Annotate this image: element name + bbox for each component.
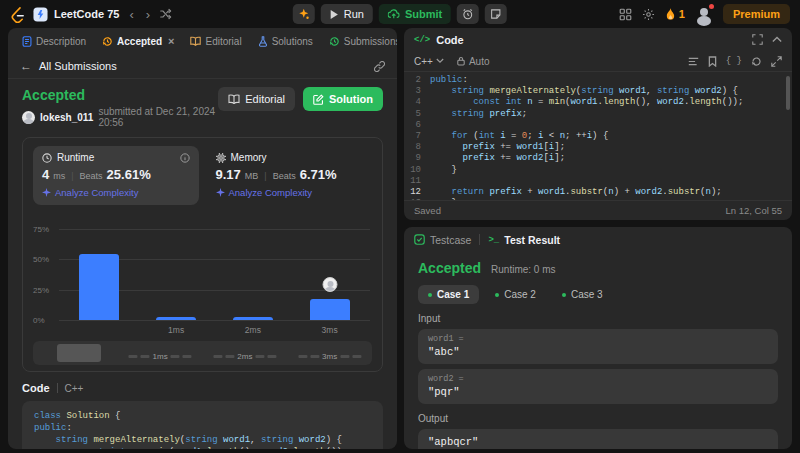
history-icon (102, 36, 113, 47)
tab-accepted[interactable]: Accepted × (96, 35, 180, 47)
user-avatar[interactable] (695, 5, 713, 23)
case-tab-1[interactable]: Case 1 (418, 285, 479, 304)
code-line[interactable]: 2public: (404, 75, 792, 86)
input-field-word1[interactable]: word1 = "abc" (418, 329, 778, 364)
code-line[interactable]: 12 return prefix + word1.substr(n) + wor… (404, 187, 792, 198)
settings-gear-icon[interactable] (642, 8, 655, 21)
streak-counter[interactable]: 1 (665, 8, 685, 21)
case-tab-3[interactable]: Case 3 (552, 285, 613, 304)
cursor-position[interactable]: Ln 12, Col 55 (725, 205, 782, 216)
leetcode-logo-icon[interactable] (10, 6, 25, 23)
input-label: Input (418, 313, 778, 324)
back-arrow-icon[interactable]: ← (20, 59, 32, 73)
tab-test-result[interactable]: >_ Test Result (488, 234, 560, 246)
case-tab-2[interactable]: Case 2 (485, 285, 546, 304)
clock-icon (42, 153, 52, 163)
editorial-button[interactable]: Editorial (218, 87, 295, 111)
code-section-title: Code (22, 382, 50, 394)
code-editor[interactable]: 2public:3 string mergeAlternately(string… (404, 72, 792, 200)
runtime-label: Runtime (57, 152, 94, 163)
run-button[interactable]: Run (321, 4, 373, 24)
tab-submissions[interactable]: Submissions (323, 36, 397, 47)
analyze-complexity-link[interactable]: Analyze Complexity (216, 187, 364, 198)
premium-button[interactable]: Premium (723, 4, 790, 24)
debugger-button[interactable] (293, 4, 315, 24)
code-line[interactable]: 11 (404, 176, 792, 187)
solution-button[interactable]: Solution (303, 87, 383, 111)
all-submissions-bar[interactable]: ← All Submissions (8, 54, 397, 79)
book-icon (190, 36, 201, 46)
tab-testcase[interactable]: Testcase (414, 234, 471, 246)
braces-icon[interactable]: { } (726, 56, 742, 66)
bookmark-icon[interactable] (708, 56, 717, 67)
line-number: 11 (404, 176, 430, 187)
notes-button[interactable] (485, 4, 507, 24)
cloud-upload-icon (388, 9, 400, 19)
runtime-stat-card[interactable]: Runtime 4 ms | Beats 25.61% (33, 146, 199, 205)
input-field-word2[interactable]: word2 = "pqr" (418, 369, 778, 404)
tab-solutions[interactable]: Solutions (252, 36, 319, 47)
memory-stat-card[interactable]: Memory 9.17 MB | Beats 6.71% Analyze Com… (207, 146, 373, 205)
left-tab-bar: Description Accepted × Editorial Solutio… (8, 28, 397, 54)
line-number: 13 (404, 198, 430, 200)
tab-description[interactable]: Description (16, 36, 92, 47)
auto-complete-toggle[interactable]: Auto (457, 56, 490, 67)
code-line[interactable]: 6 (404, 120, 792, 131)
runtime-bar-0ms[interactable] (79, 254, 119, 320)
code-line: public: (34, 422, 371, 434)
timer-button[interactable] (457, 4, 479, 24)
study-plan-title[interactable]: LeetCode 75 (33, 7, 119, 22)
expand-panel-icon[interactable] (752, 34, 763, 45)
line-number: 2 (404, 75, 430, 86)
code-line[interactable]: 7 for (int i = 0; i < n; ++i) { (404, 131, 792, 142)
submission-panel: Description Accepted × Editorial Solutio… (8, 28, 397, 449)
editor-scrollbar[interactable] (786, 76, 790, 110)
code-section-language: C++ (65, 383, 84, 394)
code-line[interactable]: 13 } (404, 198, 792, 200)
runtime-distribution-chart[interactable]: 0%25%50%75%1ms2ms3ms (33, 213, 372, 337)
runtime-bar-2ms[interactable] (233, 317, 273, 320)
submit-button[interactable]: Submit (379, 4, 451, 24)
flask-icon (258, 36, 268, 47)
case-tabs: Case 1Case 2Case 3 (418, 285, 778, 304)
language-select[interactable]: C++ (414, 56, 444, 67)
shuffle-icon[interactable] (160, 8, 172, 20)
minimap-selection[interactable] (57, 344, 101, 362)
tab-editorial[interactable]: Editorial (184, 36, 247, 47)
book-icon (228, 94, 240, 104)
collapse-chevron-icon[interactable] (772, 36, 782, 43)
code-line[interactable]: 4 const int n = min(word1.length(), word… (404, 97, 792, 108)
reset-code-icon[interactable] (751, 56, 762, 67)
code-line[interactable]: 10 } (404, 165, 792, 176)
runtime-bar-3ms[interactable] (310, 299, 350, 320)
code-line[interactable]: 5 string prefix; (404, 109, 792, 120)
code-line[interactable]: 8 prefix += word1[i]; (404, 142, 792, 153)
info-icon[interactable] (180, 153, 190, 163)
line-number: 12 (404, 187, 430, 198)
fullscreen-icon[interactable] (771, 56, 782, 67)
code-line[interactable]: 3 string mergeAlternately(string word1, … (404, 86, 792, 97)
testcase-panel: Testcase >_ Test Result Accepted Runtime… (404, 227, 792, 449)
test-result-status: Accepted (418, 260, 481, 276)
chart-minimap[interactable]: 1ms2ms3ms (33, 341, 372, 365)
next-question-button[interactable]: › (144, 7, 152, 22)
submitted-code-block[interactable]: class Solution {public: string mergeAlte… (22, 401, 383, 449)
history-icon (329, 36, 340, 47)
prev-question-button[interactable]: ‹ (127, 7, 135, 22)
close-tab-icon[interactable]: × (168, 35, 174, 47)
analyze-complexity-link[interactable]: Analyze Complexity (42, 187, 190, 198)
line-number: 7 (404, 131, 430, 142)
study-plan-icon (33, 7, 48, 22)
code-line[interactable]: 9 prefix += word2[i]; (404, 153, 792, 164)
submission-timestamp: submitted at Dec 21, 2024 20:56 (98, 106, 218, 128)
case-status-dot (428, 293, 432, 297)
copy-link-icon[interactable] (374, 61, 385, 72)
fire-icon (665, 8, 676, 21)
description-icon (22, 36, 32, 47)
case-status-dot (495, 293, 499, 297)
layout-grid-icon[interactable] (619, 8, 632, 21)
format-code-icon[interactable] (688, 57, 699, 66)
submitter-username[interactable]: lokesh_011 (40, 112, 93, 123)
user-result-marker[interactable] (322, 277, 337, 292)
runtime-bar-1ms[interactable] (156, 317, 196, 320)
